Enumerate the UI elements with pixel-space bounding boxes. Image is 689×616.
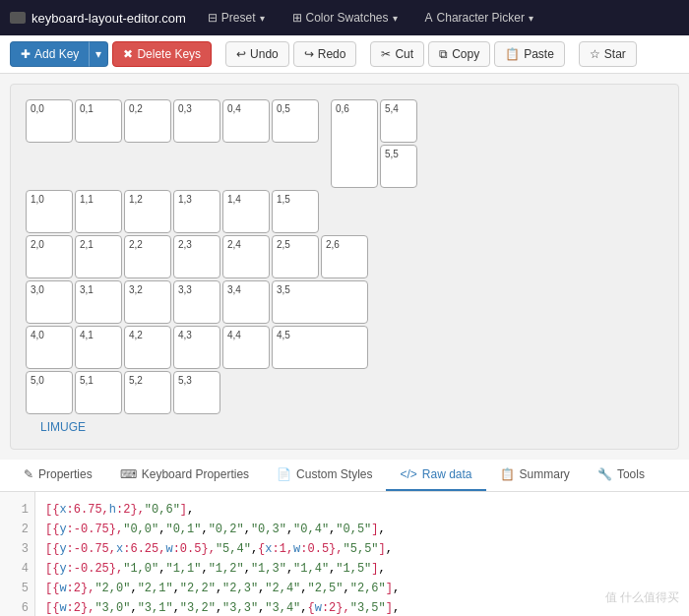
key-1-0[interactable]: 1,0 — [26, 190, 73, 233]
copy-button[interactable]: ⧉ Copy — [428, 41, 490, 67]
line-numbers: 1 2 3 4 5 6 7 8 9 — [0, 492, 35, 616]
key-4-2[interactable]: 4,2 — [124, 326, 171, 369]
brand-label: keyboard-layout-editor.com — [31, 11, 186, 26]
add-key-button[interactable]: ✚ Add Key — [10, 41, 89, 67]
tab-tools[interactable]: 🔧 Tools — [584, 460, 658, 491]
character-picker-label: Character Picker — [437, 11, 525, 25]
key-2-4[interactable]: 2,4 — [222, 235, 270, 278]
key-5-5[interactable]: 5,5 — [380, 145, 417, 188]
redo-icon: ↪ — [304, 47, 314, 61]
raw-data-icon: </> — [400, 467, 416, 481]
plus-icon: ✚ — [21, 47, 31, 61]
key-0-3[interactable]: 0,3 — [173, 99, 220, 143]
tab-custom-styles[interactable]: 📄 Custom Styles — [263, 460, 386, 491]
code-line-2: [{y:-0.75},"0,0","0,1","0,2","0,3","0,4"… — [45, 520, 679, 539]
raw-data-editor: 1 2 3 4 5 6 7 8 9 [{x:6.75,h:2},"0,6"], … — [0, 492, 689, 616]
toolbar: ✚ Add Key ▾ ✖ Delete Keys ↩ Undo ↪ Redo … — [0, 35, 689, 74]
key-1-1[interactable]: 1,1 — [75, 190, 122, 233]
color-swatches-chevron: ▾ — [393, 13, 398, 24]
key-5-1[interactable]: 5,1 — [75, 371, 122, 414]
tab-raw-data[interactable]: </> Raw data — [386, 460, 485, 491]
code-line-5: [{w:2},"2,0","2,1","2,2","2,3","2,4","2,… — [45, 579, 679, 598]
key-5-4[interactable]: 5,4 — [380, 99, 417, 143]
key-3-5[interactable]: 3,5 — [272, 280, 368, 324]
preset-icon: ⊟ — [208, 11, 218, 25]
redo-button[interactable]: ↪ Redo — [293, 41, 357, 67]
tab-summary[interactable]: 📋 Summary — [486, 460, 584, 491]
key-2-3[interactable]: 2,3 — [173, 235, 220, 278]
code-editor[interactable]: [{x:6.75,h:2},"0,6"], [{y:-0.75},"0,0","… — [35, 492, 689, 616]
tab-keyboard-properties[interactable]: ⌨ Keyboard Properties — [106, 460, 263, 491]
tab-properties[interactable]: ✎ Properties — [10, 460, 106, 491]
key-3-3[interactable]: 3,3 — [173, 280, 220, 324]
undo-button[interactable]: ↩ Undo — [225, 41, 289, 67]
key-2-1[interactable]: 2,1 — [75, 235, 122, 278]
key-1-4[interactable]: 1,4 — [222, 190, 270, 233]
code-line-4: [{y:-0.25},"1,0","1,1","1,2","1,3","1,4"… — [45, 559, 679, 579]
key-4-5[interactable]: 4,5 — [272, 326, 368, 369]
keyboard-icon — [10, 12, 26, 24]
cut-icon: ✂ — [381, 47, 391, 61]
key-5-2[interactable]: 5,2 — [124, 371, 171, 414]
key-0-1[interactable]: 0,1 — [75, 99, 122, 143]
preset-chevron: ▾ — [260, 13, 265, 24]
key-4-4[interactable]: 4,4 — [222, 326, 270, 369]
add-key-dropdown[interactable]: ▾ — [89, 41, 108, 67]
key-1-3[interactable]: 1,3 — [173, 190, 220, 233]
key-2-5[interactable]: 2,5 — [272, 235, 319, 278]
nav-character-picker[interactable]: A Character Picker ▾ — [419, 7, 539, 29]
key-2-6[interactable]: 2,6 — [321, 235, 368, 278]
key-5-3[interactable]: 5,3 — [173, 371, 220, 414]
key-0-4[interactable]: 0,4 — [222, 99, 270, 143]
copy-icon: ⧉ — [439, 47, 448, 61]
add-key-group: ✚ Add Key ▾ — [10, 41, 108, 67]
custom-styles-icon: 📄 — [277, 467, 291, 481]
tools-icon: 🔧 — [597, 467, 612, 481]
character-picker-icon: A — [425, 11, 433, 25]
star-icon: ☆ — [590, 47, 600, 61]
key-4-0[interactable]: 4,0 — [26, 326, 73, 369]
character-picker-chevron: ▾ — [529, 13, 533, 24]
undo-icon: ↩ — [236, 47, 246, 61]
color-swatches-icon: ⊞ — [292, 11, 302, 25]
delete-keys-button[interactable]: ✖ Delete Keys — [112, 41, 212, 67]
key-2-0[interactable]: 2,0 — [26, 235, 73, 278]
navbar: keyboard-layout-editor.com ⊟ Preset ▾ ⊞ … — [0, 0, 689, 35]
summary-icon: 📋 — [500, 467, 515, 481]
key-0-6[interactable]: 0,6 — [331, 99, 378, 188]
key-3-1[interactable]: 3,1 — [75, 280, 122, 324]
brand: keyboard-layout-editor.com — [10, 11, 186, 26]
properties-icon: ✎ — [24, 467, 33, 481]
star-button[interactable]: ☆ Star — [579, 41, 637, 67]
tabs-bar: ✎ Properties ⌨ Keyboard Properties 📄 Cus… — [0, 460, 689, 492]
key-0-0[interactable]: 0,0 — [26, 99, 73, 143]
key-5-0[interactable]: 5,0 — [26, 371, 73, 414]
keyboard-brand[interactable]: LIMUGE — [40, 420, 663, 434]
paste-icon: 📋 — [505, 47, 520, 61]
color-swatches-label: Color Swatches — [306, 11, 389, 25]
paste-button[interactable]: 📋 Paste — [494, 41, 565, 67]
key-1-5[interactable]: 1,5 — [272, 190, 319, 233]
key-2-2[interactable]: 2,2 — [124, 235, 171, 278]
key-3-2[interactable]: 3,2 — [124, 280, 171, 324]
keyboard-canvas: 0,0 0,1 0,2 0,3 0,4 0,5 0,6 5,4 5,5 1,0 — [10, 84, 679, 450]
key-0-2[interactable]: 0,2 — [124, 99, 171, 143]
key-1-2[interactable]: 1,2 — [124, 190, 171, 233]
code-line-3: [{y:-0.75,x:6.25,w:0.5},"5,4",{x:1,w:0.5… — [45, 539, 679, 559]
code-line-6: [{w:2},"3,0","3,1","3,2","3,3","3,4",{w:… — [45, 598, 679, 616]
nav-preset[interactable]: ⊟ Preset ▾ — [202, 7, 271, 29]
delete-icon: ✖ — [123, 47, 133, 61]
key-4-3[interactable]: 4,3 — [173, 326, 220, 369]
cut-button[interactable]: ✂ Cut — [370, 41, 424, 67]
key-0-5[interactable]: 0,5 — [272, 99, 319, 143]
key-3-0[interactable]: 3,0 — [26, 280, 73, 324]
key-4-1[interactable]: 4,1 — [75, 326, 122, 369]
keyboard-properties-icon: ⌨ — [120, 467, 137, 481]
key-3-4[interactable]: 3,4 — [222, 280, 270, 324]
preset-label: Preset — [221, 11, 256, 25]
nav-color-swatches[interactable]: ⊞ Color Swatches ▾ — [286, 7, 404, 29]
code-line-1: [{x:6.75,h:2},"0,6"], — [45, 500, 679, 520]
